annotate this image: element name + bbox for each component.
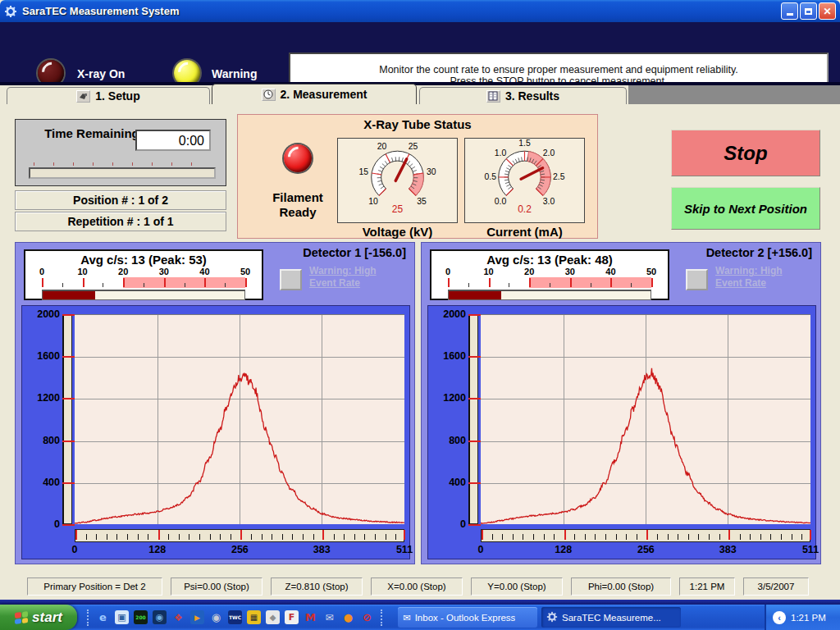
tray-collapse-chevron-icon[interactable]: ‹	[773, 611, 786, 624]
twc-icon[interactable]: TWC	[228, 610, 242, 624]
svg-text:15: 15	[359, 167, 369, 176]
svg-text:30: 30	[427, 167, 436, 176]
y-axis-ruler	[468, 314, 478, 524]
tab-bar: 1. Setup 2. Measurement 3. Results	[0, 82, 840, 104]
x-axis-tick-label: 383	[719, 544, 737, 555]
tube-status-title: X-Ray Tube Status	[238, 117, 597, 131]
x-axis-minor-tick	[210, 534, 211, 540]
tab-filler	[628, 85, 840, 104]
start-button[interactable]: start	[0, 605, 77, 630]
meter-bar-fill	[449, 291, 501, 299]
yellow-app-icon[interactable]: ▦	[247, 610, 261, 624]
task-label: SaraTEC Measureme...	[562, 613, 661, 623]
meter-tick	[225, 283, 226, 287]
svg-text:2.5: 2.5	[553, 172, 565, 181]
minimize-button[interactable]	[781, 2, 798, 20]
tab-measurement[interactable]: 2. Measurement	[212, 84, 417, 104]
quick-launch-separator[interactable]	[381, 609, 383, 626]
cd-icon[interactable]: ◉	[209, 610, 223, 624]
x-axis-major-tick	[482, 530, 483, 540]
y-axis-ruler	[62, 314, 72, 524]
meter-tick	[631, 283, 632, 287]
voltage-gauge-label: Voltage (kV)	[337, 225, 458, 239]
blocked-app-icon[interactable]: ⊘	[360, 610, 374, 624]
y-axis-tick	[468, 524, 481, 526]
x-axis-minor-tick	[637, 534, 637, 540]
meter-scale-number: 50	[240, 267, 250, 276]
warning-indicator-button[interactable]	[280, 269, 302, 290]
app-200-icon[interactable]: 200	[134, 610, 148, 624]
meter-scale-number: 20	[118, 267, 128, 276]
windows-flag-icon	[15, 611, 28, 624]
meter-tick	[448, 278, 450, 287]
outlook-envelope-icon: ✉	[403, 612, 411, 623]
meter-tick	[185, 283, 185, 287]
x-axis-minor-tick	[585, 534, 586, 540]
x-axis-minor-tick	[96, 534, 97, 540]
x-axis-minor-tick	[616, 534, 617, 540]
voltage-gauge: 101520253035 25	[337, 138, 458, 223]
xray-tube-status-panel: X-Ray Tube Status Filament Ready 1015202…	[237, 114, 598, 239]
quick-launch-handle[interactable]	[87, 609, 89, 626]
meter-tick	[591, 283, 591, 287]
taskbar: start e▣200◉❖▶◉TWC▦◆FM✉●⊘ ✉Inbox - Outlo…	[0, 605, 840, 630]
status-cell: Primary Position = Det 2	[27, 578, 162, 596]
media-player-icon[interactable]: ▶	[190, 610, 204, 624]
x-axis-minor-tick	[533, 534, 534, 540]
taskbar-task-outlook[interactable]: ✉Inbox - Outlook Express	[398, 607, 537, 628]
spectrum-curve	[75, 315, 404, 524]
x-axis-minor-tick	[86, 534, 87, 540]
x-axis-minor-tick	[251, 534, 252, 540]
spectrum-curve	[481, 315, 810, 524]
tab-results[interactable]: 3. Results	[419, 87, 627, 104]
x-axis-ruler	[75, 529, 404, 542]
setup-icon	[76, 90, 90, 103]
x-axis-tick-label: 128	[555, 544, 572, 555]
plot-area	[75, 314, 404, 524]
close-button[interactable]: ✕	[819, 2, 836, 20]
m-app-icon[interactable]: M	[304, 610, 317, 624]
mail-icon[interactable]: ✉	[322, 610, 336, 624]
y-axis-tick	[468, 441, 481, 442]
x-axis-tick-label: 256	[637, 544, 655, 555]
y-axis-tick	[62, 356, 75, 358]
filament-ready-label: Filament Ready	[253, 190, 343, 220]
meter-tick	[83, 278, 84, 287]
x-axis-minor-tick	[781, 534, 782, 540]
taskbar-task-saratec[interactable]: SaraTEC Measureme...	[541, 607, 681, 628]
globe-icon[interactable]: ◉	[153, 610, 167, 624]
meter-scale-number: 0	[445, 267, 450, 276]
warning-indicator-button[interactable]	[686, 269, 708, 290]
status-bar: Primary Position = Det 2Psi=0.00 (Stop)Z…	[0, 574, 840, 598]
y-axis-tick-label: 1200	[24, 392, 60, 404]
paw-app-icon[interactable]: ❖	[171, 610, 185, 624]
x-axis-minor-tick	[231, 534, 231, 540]
title-bar: SaraTEC Measurement System ✕	[0, 0, 840, 22]
x-axis-minor-tick	[313, 534, 314, 540]
meter-scale-number: 20	[524, 267, 534, 276]
meter-tick	[144, 283, 144, 287]
x-axis-minor-tick	[770, 534, 771, 540]
maximize-button[interactable]	[800, 2, 817, 20]
meter-tick	[42, 278, 43, 287]
meter-tick	[123, 278, 125, 287]
imaging-icon[interactable]: ▣	[115, 610, 129, 624]
y-axis-tick-label: 0	[24, 518, 60, 530]
meter-bar-fill	[43, 291, 95, 299]
voltage-value: 25	[392, 203, 403, 215]
meter-bar	[448, 290, 651, 300]
x-axis-minor-tick	[292, 534, 293, 540]
diamond-app-icon[interactable]: ◆	[266, 610, 280, 624]
svg-text:0.0: 0.0	[495, 197, 507, 206]
orange-ball-icon[interactable]: ●	[341, 610, 355, 624]
ie-icon[interactable]: e	[96, 610, 110, 624]
stop-button[interactable]: Stop	[671, 130, 820, 176]
current-value: 0.2	[518, 203, 532, 215]
flash-icon[interactable]: F	[285, 610, 299, 624]
meter-tick	[651, 278, 653, 287]
svg-text:1.0: 1.0	[495, 148, 507, 158]
avg-rate-title: Avg c/s: 13 (Peak: 53)	[25, 253, 262, 267]
y-axis-tick-label: 800	[24, 435, 60, 446]
skip-to-next-position-button[interactable]: Skip to Next Position	[671, 187, 820, 230]
tab-setup[interactable]: 1. Setup	[7, 87, 210, 104]
